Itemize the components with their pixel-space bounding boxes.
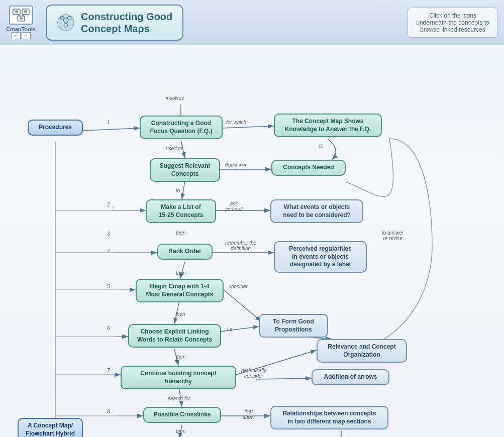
logo-box — [9, 6, 33, 25]
node-begin-cmap[interactable]: Begin Cmap with 1-4Most General Concepts — [136, 279, 224, 302]
header: CmapTools ⊞ ⊟ Constructing GoodConcept M… — [0, 0, 504, 45]
node-suggest-relevant[interactable]: Suggest RelevantConcepts — [150, 158, 220, 182]
logo-text: CmapTools — [6, 26, 36, 32]
link-8: 8 — [107, 409, 110, 414]
node-concept-map-flowchart[interactable]: A Concept Map/Flowchart Hybrid — [18, 418, 83, 437]
link-periodically: periodicallyconsider — [241, 368, 266, 379]
node-possible-crosslinks[interactable]: Possible Crosslinks — [143, 407, 221, 423]
page-title: Constructing GoodConcept Maps — [81, 11, 172, 35]
node-perceived-regularities[interactable]: Perceived regularitiesin events or objec… — [274, 241, 367, 273]
info-box: Click on the icons underneath the concep… — [408, 8, 498, 38]
link-then-2: then — [176, 270, 185, 276]
node-choose-explicit[interactable]: Choose Explicit LinkingWords to Relate C… — [128, 324, 221, 348]
node-procedures[interactable]: Procedures — [28, 120, 83, 136]
node-relationships-between[interactable]: Relationships between conceptsin two dif… — [270, 406, 388, 429]
main-title-box: Constructing GoodConcept Maps — [46, 5, 183, 41]
link-1: 1 — [107, 120, 110, 125]
link-ie: i.e. — [227, 326, 234, 332]
link-these-are: these are — [225, 163, 246, 168]
link-to-2: to — [176, 188, 180, 193]
link-then-1: then — [176, 230, 185, 236]
main-content: involves 1 for which to used to these ar… — [0, 45, 504, 437]
link-7: 7 — [107, 368, 110, 373]
link-search-for: search for — [168, 396, 190, 401]
link-3: 3 — [107, 231, 110, 237]
node-addition-arrows[interactable]: Addition of arrows — [312, 369, 389, 385]
link-consider: consider — [229, 284, 248, 289]
link-4: 4 — [107, 249, 110, 254]
link-then-5: then — [176, 428, 185, 434]
link-then-4: then — [176, 354, 185, 360]
svg-line-18 — [83, 128, 140, 131]
svg-line-20 — [223, 126, 274, 128]
logo-area: CmapTools ⊞ ⊟ — [6, 6, 36, 39]
link-6: 6 — [107, 325, 110, 331]
link-5: 5 — [107, 284, 110, 289]
node-what-events[interactable]: What events or objectsneed to be conside… — [270, 199, 363, 223]
link-involves: involves — [166, 95, 184, 101]
link-to-1: to — [319, 143, 323, 149]
node-concepts-needed[interactable]: Concepts Needed — [271, 160, 346, 176]
node-to-form-good[interactable]: To Form GoodPropositions — [259, 314, 328, 338]
link-that-show: thatshow — [243, 409, 254, 420]
node-continue-building[interactable]: Continue building concept hierarchy — [121, 366, 236, 389]
link-ask-yourself: askyourself — [225, 201, 243, 212]
node-rank-order[interactable]: Rank Order — [157, 244, 213, 260]
link-for-which: for which — [226, 120, 246, 125]
svg-point-5 — [15, 10, 18, 13]
node-make-list[interactable]: Make a List of15-25 Concepts — [146, 199, 216, 223]
svg-point-7 — [20, 17, 23, 20]
logo-sub-box-2: ⊟ — [22, 32, 31, 39]
link-to-answer: to answeror revise — [382, 230, 404, 241]
svg-line-23 — [182, 180, 185, 199]
link-used-to: used to — [166, 146, 182, 151]
link-then-3: then — [175, 311, 185, 317]
link-remember: remember thedefinition — [225, 240, 256, 251]
svg-line-35 — [224, 290, 261, 321]
link-2: 2 — [107, 202, 110, 207]
node-concept-map-shows[interactable]: The Concept Map ShowsKnowledge to Answer… — [274, 114, 382, 137]
title-icon — [57, 14, 75, 32]
logo-sub-box-1: ⊞ — [12, 32, 21, 39]
logo-sub-icons: ⊞ ⊟ — [12, 32, 31, 39]
node-relevance[interactable]: Relevance and ConceptOrganization — [317, 339, 407, 363]
svg-point-6 — [24, 10, 27, 13]
node-focus-question[interactable]: Constructing a GoodFocus Question (F.Q.) — [140, 116, 223, 139]
